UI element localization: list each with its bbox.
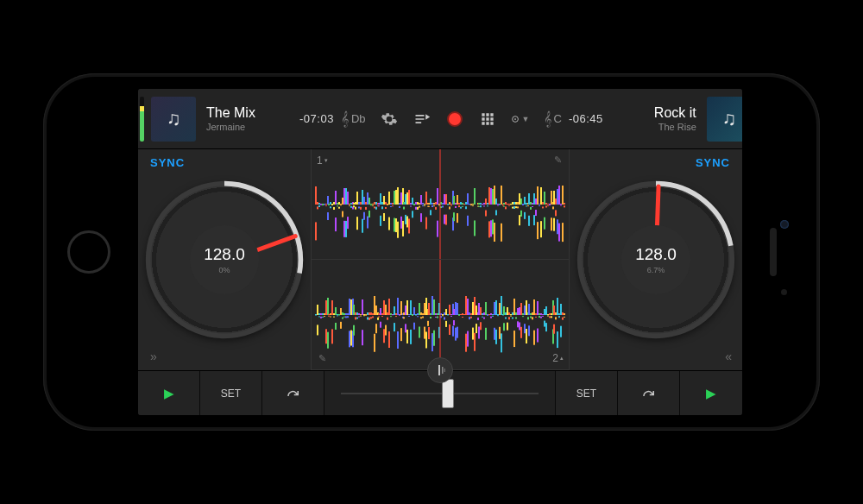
playhead-line bbox=[440, 260, 441, 369]
deck-a-artwork[interactable]: ♫ bbox=[151, 97, 196, 142]
deck-a-bpm-display[interactable]: 128.0 0% bbox=[190, 225, 258, 293]
edit-lane-2-button[interactable]: ✎ bbox=[318, 353, 326, 364]
center-toolbar: ▼ bbox=[371, 89, 539, 148]
svg-point-1 bbox=[514, 118, 516, 120]
deck-b-cue-jump-button[interactable] bbox=[618, 371, 680, 415]
deck-a-time: -07:03 bbox=[299, 112, 334, 125]
play-icon: ▶ bbox=[706, 386, 716, 401]
deck-b-time: -06:45 bbox=[569, 112, 603, 125]
deck-b-track-meta[interactable]: Rock it The Rise bbox=[615, 89, 702, 148]
redo-arrow-icon bbox=[286, 387, 301, 400]
deck-a-cue-jump-button[interactable] bbox=[262, 371, 324, 415]
deck-b-jogwheel[interactable]: 128.0 6.7% bbox=[578, 182, 734, 337]
queue-button[interactable] bbox=[413, 110, 432, 129]
deck-a-title: The Mix bbox=[206, 105, 282, 121]
record-icon bbox=[447, 111, 463, 127]
deck-a-waveform-lane[interactable]: 1▾ ✎ bbox=[312, 149, 569, 260]
deck-a-header: ♫ The Mix Jermaine -07:03 𝄞Db bbox=[138, 89, 371, 148]
phone-speaker bbox=[770, 228, 777, 276]
deck-b-artwork[interactable]: ♫ bbox=[707, 97, 742, 142]
deck-b-bpm-display[interactable]: 128.0 6.7% bbox=[621, 225, 690, 293]
deck-a-play-button[interactable]: ▶ bbox=[138, 371, 200, 415]
pad-grid-icon bbox=[479, 110, 496, 128]
home-button[interactable] bbox=[67, 230, 110, 274]
deck-b-title: Rock it bbox=[654, 105, 696, 121]
redo-arrow-icon bbox=[641, 387, 657, 400]
deck-a-cue-set-button[interactable]: SET bbox=[200, 371, 262, 415]
playhead-line bbox=[440, 149, 441, 259]
svg-rect-6 bbox=[444, 369, 446, 372]
sampler-button[interactable] bbox=[478, 110, 497, 129]
edit-lane-1-button[interactable]: ✎ bbox=[554, 154, 562, 166]
automix-button[interactable]: ▼ bbox=[511, 110, 530, 129]
svg-rect-4 bbox=[438, 365, 440, 375]
waveform-panel: 1▾ ✎ 2▴ ✎ bbox=[311, 149, 570, 370]
lane-2-label: 2▴ bbox=[552, 352, 564, 364]
deck-a-wheel-zone: 128.0 0% bbox=[138, 149, 311, 370]
svg-rect-5 bbox=[442, 367, 444, 374]
deck-b-header: ♫ Rock it The Rise -06:45 𝄞C bbox=[539, 89, 743, 148]
record-button[interactable] bbox=[445, 110, 464, 129]
lane-1-label: 1▾ bbox=[317, 154, 328, 167]
top-bar: ♫ The Mix Jermaine -07:03 𝄞Db bbox=[138, 89, 742, 149]
deck-a-level-meter bbox=[140, 97, 144, 142]
deck-a-key: 𝄞Db bbox=[341, 111, 366, 127]
deck-b-artist: The Rise bbox=[658, 122, 696, 132]
chevron-down-icon: ▼ bbox=[522, 115, 530, 123]
deck-b-wheel-zone: 128.0 6.7% bbox=[570, 149, 742, 370]
deck-b-cue-set-button[interactable]: SET bbox=[556, 371, 618, 415]
music-note-icon: ♫ bbox=[707, 97, 742, 142]
music-note-icon: ♫ bbox=[151, 97, 196, 142]
deck-a-artist: Jermaine bbox=[206, 122, 282, 132]
mixer-area: SYNC SYNC » « 128.0 0% bbox=[138, 149, 742, 370]
deck-a-jogwheel[interactable]: 128.0 0% bbox=[147, 182, 302, 337]
proximity-sensor bbox=[781, 289, 787, 295]
play-icon: ▶ bbox=[164, 386, 174, 401]
settings-button[interactable] bbox=[380, 110, 399, 129]
crossfader-icon bbox=[433, 364, 447, 376]
treble-clef-icon: 𝄞 bbox=[544, 111, 551, 127]
phone-frame: ♫ The Mix Jermaine -07:03 𝄞Db bbox=[43, 73, 820, 431]
deck-b-key: 𝄞C bbox=[544, 111, 562, 127]
deck-b-overview[interactable]: -06:45 𝄞C bbox=[539, 89, 615, 148]
gear-icon bbox=[381, 110, 398, 128]
deck-b-play-button[interactable]: ▶ bbox=[680, 371, 742, 415]
crossfader-curve-button[interactable] bbox=[427, 357, 453, 383]
crossfader-track bbox=[341, 393, 539, 394]
deck-a-track-meta[interactable]: The Mix Jermaine bbox=[201, 89, 287, 148]
treble-clef-icon: 𝄞 bbox=[341, 111, 349, 127]
deck-a-overview[interactable]: -07:03 𝄞Db bbox=[287, 89, 371, 148]
deck-b-waveform-lane[interactable]: 2▴ ✎ bbox=[312, 260, 569, 370]
front-camera bbox=[780, 220, 789, 229]
turntable-icon bbox=[511, 110, 520, 128]
app-screen: ♫ The Mix Jermaine -07:03 𝄞Db bbox=[138, 89, 742, 415]
playlist-icon bbox=[413, 110, 431, 128]
crossfader-handle[interactable] bbox=[442, 379, 454, 408]
